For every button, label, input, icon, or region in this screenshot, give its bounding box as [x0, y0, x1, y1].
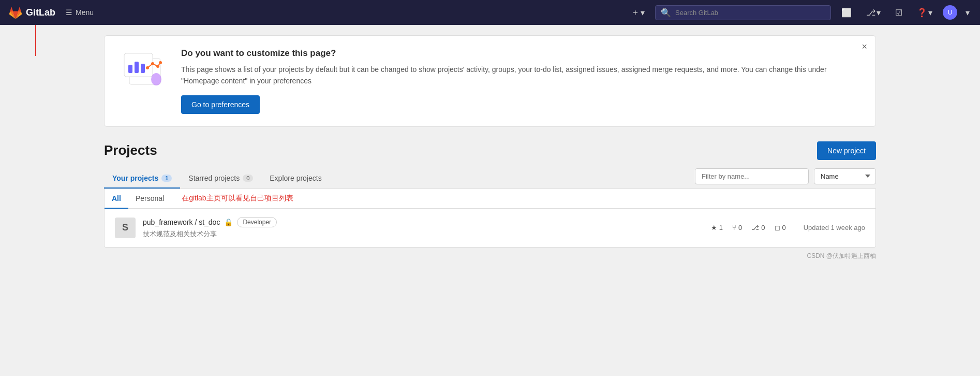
- svg-rect-3: [135, 62, 139, 73]
- project-stats: ★ 1 ⑂ 0 ⎇ 0 ◻ 0: [711, 224, 786, 232]
- todo-icon: ☑: [895, 8, 902, 18]
- projects-header: Projects New project: [104, 141, 876, 160]
- banner-body: Do you want to customize this page? This…: [181, 48, 861, 114]
- new-project-button[interactable]: New project: [817, 141, 876, 160]
- tab-explore-projects[interactable]: Explore projects: [261, 169, 330, 189]
- merge-chevron: ▾: [877, 8, 881, 18]
- svg-point-7: [156, 65, 159, 68]
- banner-illustration: [119, 48, 171, 90]
- fork-icon: ⑂: [732, 224, 736, 232]
- merge-icon: ⎇: [866, 8, 875, 18]
- tabs-right: Name Last created Last updated Most star…: [695, 168, 876, 189]
- starred-projects-badge: 0: [243, 175, 253, 182]
- help-button[interactable]: ❓ ▾: [913, 6, 937, 20]
- gitlab-text: GitLab: [26, 7, 55, 18]
- filter-by-name-input[interactable]: [695, 168, 809, 184]
- customize-banner: Do you want to customize this page? This…: [104, 35, 876, 127]
- annotation-line: [35, 25, 36, 56]
- tabs-left: Your projects 1 Starred projects 0 Explo…: [104, 169, 330, 188]
- help-chevron: ▾: [928, 8, 932, 18]
- svg-rect-2: [128, 65, 132, 73]
- banner-text: This page shows a list of your projects …: [181, 64, 861, 87]
- project-updated: Updated 1 week ago: [804, 224, 865, 232]
- svg-point-8: [159, 61, 162, 64]
- tab-starred-projects[interactable]: Starred projects 0: [180, 169, 261, 189]
- projects-title: Projects: [104, 142, 157, 158]
- gitlab-logo: [8, 5, 23, 20]
- mr-icon: ⎇: [751, 224, 759, 232]
- hamburger-icon: ☰: [66, 8, 72, 17]
- code-review-icon: ⬜: [841, 8, 852, 18]
- sub-tab-personal[interactable]: Personal: [128, 189, 171, 209]
- forks-stat: ⑂ 0: [732, 224, 742, 232]
- lock-icon: 🔒: [224, 218, 233, 226]
- project-list: S pub_framework / st_doc 🔒 Developer 技术规…: [104, 209, 876, 248]
- banner-close-button[interactable]: ×: [862, 42, 867, 51]
- banner-title: Do you want to customize this page?: [181, 48, 861, 59]
- sub-tabs-row: All Personal 在gitlab主页可以看见自己项目列表: [104, 189, 876, 209]
- search-icon: 🔍: [661, 8, 671, 18]
- project-name-row: pub_framework / st_doc 🔒 Developer: [143, 217, 704, 227]
- project-description: 技术规范及相关技术分享: [143, 229, 704, 239]
- go-to-preferences-button[interactable]: Go to preferences: [181, 95, 260, 114]
- svg-point-5: [146, 66, 149, 69]
- plus-icon: ＋: [631, 7, 640, 18]
- user-menu-chevron[interactable]: ▾: [963, 8, 972, 18]
- stars-stat: ★ 1: [711, 224, 723, 232]
- projects-tabs-bar: Your projects 1 Starred projects 0 Explo…: [104, 168, 876, 189]
- sort-select[interactable]: Name Last created Last updated Most star…: [814, 168, 876, 184]
- search-input[interactable]: [675, 9, 825, 17]
- svg-point-6: [151, 62, 154, 65]
- create-button[interactable]: ＋ ▾: [627, 5, 649, 20]
- navbar: GitLab ☰ Menu ＋ ▾ 🔍 ⬜ ⎇ ▾ ☑ ❓ ▾ U ▾: [0, 0, 980, 25]
- star-icon: ★: [711, 224, 717, 232]
- table-row: S pub_framework / st_doc 🔒 Developer 技术规…: [105, 209, 875, 247]
- issue-icon: ◻: [775, 224, 780, 232]
- project-role-badge: Developer: [237, 217, 277, 227]
- merge-requests-button[interactable]: ⎇ ▾: [862, 6, 885, 20]
- gitlab-brand[interactable]: GitLab: [8, 5, 55, 20]
- chevron-down-icon: ▾: [641, 8, 645, 18]
- project-avatar: S: [115, 218, 136, 238]
- search-box: 🔍: [655, 5, 831, 20]
- watermark: CSDN @伏加特遇上西柚: [104, 248, 876, 261]
- project-link[interactable]: pub_framework / st_doc: [143, 218, 220, 226]
- issues-stat: ◻ 0: [775, 224, 786, 232]
- annotation-text: 在gitlab主页可以看见自己项目列表: [182, 194, 293, 203]
- merge-requests-stat: ⎇ 0: [751, 224, 765, 232]
- svg-rect-4: [141, 64, 145, 73]
- sub-tab-all[interactable]: All: [105, 189, 128, 209]
- help-icon: ❓: [917, 8, 927, 18]
- menu-button[interactable]: ☰ Menu: [62, 6, 98, 19]
- todo-button[interactable]: ☑: [891, 6, 907, 20]
- user-avatar[interactable]: U: [943, 5, 957, 20]
- tab-your-projects[interactable]: Your projects 1: [104, 169, 180, 189]
- code-review-button[interactable]: ⬜: [837, 6, 856, 20]
- project-info: pub_framework / st_doc 🔒 Developer 技术规范及…: [143, 217, 704, 239]
- page-content: Do you want to customize this page? This…: [92, 25, 888, 271]
- your-projects-badge: 1: [161, 175, 172, 182]
- svg-point-9: [151, 73, 161, 85]
